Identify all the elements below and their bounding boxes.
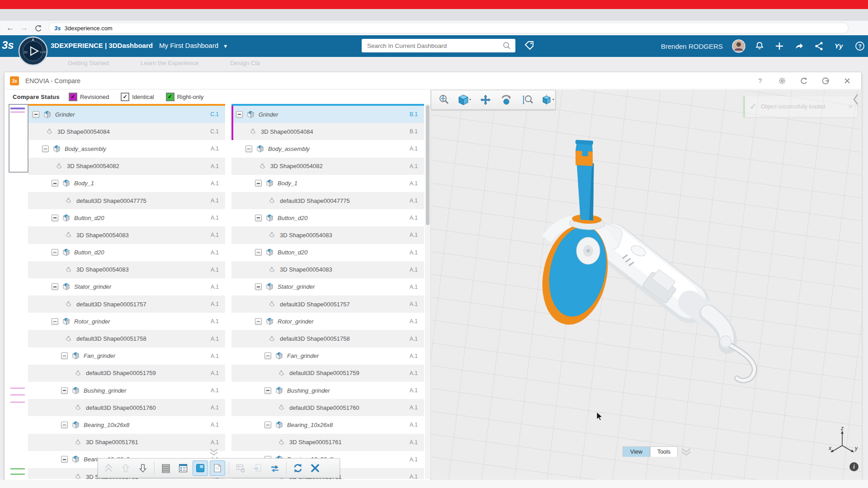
tree-row[interactable]: 3D Shape00051761 A.1: [231, 434, 424, 451]
tree-row[interactable]: 3D Shape00054083 A.1: [28, 261, 225, 278]
collapse-expander[interactable]: [52, 318, 58, 325]
panel-help-icon[interactable]: ?: [756, 77, 764, 85]
detailed-list-view-button[interactable]: [175, 460, 191, 476]
dashboard-name[interactable]: My First Dashboard: [159, 42, 218, 49]
tree-row[interactable]: Fan_grinder A.1: [28, 347, 225, 365]
tree-row[interactable]: Bushing_grinder A.1: [28, 382, 225, 399]
collapse-expander[interactable]: [61, 352, 68, 359]
tree-row[interactable]: Rotor_grinder A.1: [28, 313, 225, 330]
filter-right-only[interactable]: ✓ Right-only: [166, 93, 204, 101]
tree-row[interactable]: Body_assembly A.1: [28, 140, 225, 157]
tree-row[interactable]: Bearing_10x26x8 A.1: [231, 416, 424, 433]
checkbox-icon[interactable]: ✓: [69, 93, 77, 101]
tree-row[interactable]: Fan_grinder A.1: [231, 347, 424, 365]
collapse-expander[interactable]: [42, 145, 49, 152]
tree-row[interactable]: 3D Shape00054084 C.1: [28, 123, 225, 140]
tree-row[interactable]: default3D Shape00051760 A.1: [28, 399, 225, 416]
tree-row[interactable]: Body_1 A.1: [28, 175, 225, 192]
avatar[interactable]: [732, 39, 745, 53]
3d-viewer[interactable]: ✓ Object successfully loaded ✕: [430, 90, 862, 480]
compare-minimap[interactable]: [8, 104, 28, 479]
rotate-icon[interactable]: [496, 92, 516, 108]
collapse-expander[interactable]: [52, 283, 58, 290]
collapse-expander[interactable]: [255, 180, 262, 187]
collapse-expander[interactable]: [61, 387, 68, 394]
tag-icon[interactable]: [524, 40, 535, 52]
panel-close-icon[interactable]: [843, 77, 851, 85]
tree-row[interactable]: 3D Shape00054083 A.1: [28, 226, 225, 244]
collapse-expander[interactable]: [61, 422, 68, 428]
tree-row[interactable]: 3D Shape00054083 A.1: [231, 226, 424, 244]
3d-window-view-button[interactable]: [193, 460, 208, 476]
add-icon[interactable]: [774, 41, 784, 51]
swym-icon[interactable]: Yy: [834, 41, 845, 51]
share-icon[interactable]: [794, 41, 804, 51]
help-icon[interactable]: ?: [855, 41, 865, 51]
search-input[interactable]: [366, 42, 503, 50]
collapse-panel-icon[interactable]: [853, 94, 859, 105]
collapse-toolbar-icon[interactable]: [680, 447, 692, 456]
minimap-viewport[interactable]: [9, 104, 28, 173]
search-box[interactable]: [362, 39, 515, 52]
tree-row[interactable]: 3D Shape00054082 A.1: [28, 158, 225, 175]
render-style-icon[interactable]: [538, 92, 558, 108]
tab-tools[interactable]: Tools: [650, 446, 678, 457]
tree-row[interactable]: default3D Shape00047775 A.1: [231, 192, 424, 209]
collapse-expander[interactable]: [52, 180, 58, 187]
tree-scrollbar[interactable]: [425, 104, 430, 479]
grinder-3d-model[interactable]: [534, 131, 814, 393]
collapse-expander[interactable]: [52, 249, 58, 256]
chevron-down-icon[interactable]: ▼: [223, 43, 228, 49]
collapse-expander[interactable]: [264, 387, 271, 394]
filter-revisioned[interactable]: ✓ Revisioned: [69, 93, 109, 101]
tree-row[interactable]: Stator_grinder A.1: [231, 278, 424, 296]
collapse-expander[interactable]: [255, 215, 262, 221]
tree-scrollbar-thumb[interactable]: [426, 105, 429, 225]
scroll-down-hint-icon[interactable]: [209, 448, 219, 456]
checkbox-icon[interactable]: ✓: [166, 93, 175, 101]
collapse-expander[interactable]: [255, 249, 262, 256]
collapse-expander[interactable]: [264, 422, 271, 428]
fit-all-icon[interactable]: [434, 92, 454, 108]
checkbox-icon[interactable]: ✓: [121, 93, 129, 101]
collapse-expander[interactable]: [255, 283, 262, 290]
iso-view-cube-icon[interactable]: [455, 92, 475, 108]
tree-row[interactable]: Body_1 A.1: [231, 175, 424, 192]
tree-row[interactable]: Grinder C.1: [28, 106, 225, 123]
user-name[interactable]: Brenden RODGERS: [661, 42, 723, 50]
report-view-button[interactable]: [210, 460, 225, 476]
close-compare-button[interactable]: [307, 460, 323, 476]
collapse-expander[interactable]: [33, 111, 39, 118]
forward-icon[interactable]: →: [20, 23, 28, 33]
pan-icon[interactable]: [476, 92, 495, 108]
reload-icon[interactable]: [34, 24, 42, 32]
toast-close-icon[interactable]: ✕: [848, 103, 853, 110]
notifications-icon[interactable]: [755, 41, 764, 51]
tree-row[interactable]: default3D Shape00051758 A.1: [231, 330, 424, 347]
tab-view[interactable]: View: [623, 446, 650, 457]
collapse-expander[interactable]: [255, 318, 262, 325]
tree-row[interactable]: Button_d20 A.1: [231, 244, 424, 261]
collapse-expander[interactable]: [264, 352, 271, 359]
tree-row[interactable]: Button_d20 A.1: [231, 209, 424, 226]
table-settings-button[interactable]: [233, 460, 248, 476]
tree-row[interactable]: 3D Shape00054082 A.1: [231, 158, 424, 175]
back-icon[interactable]: ←: [6, 23, 14, 33]
collapse-expander[interactable]: [61, 456, 68, 463]
tree-row[interactable]: default3D Shape00051759 A.1: [28, 365, 225, 382]
url-field[interactable]: 3s 3dexperience.com: [48, 23, 849, 33]
tree-row[interactable]: 3D Shape00054083 A.1: [231, 261, 424, 278]
next-difference-button[interactable]: [135, 460, 151, 476]
compass-icon[interactable]: 3D V+R: [18, 36, 48, 66]
export-results-button[interactable]: [250, 460, 265, 476]
tree-row[interactable]: default3D Shape00051760 A.1: [231, 399, 424, 416]
tree-row[interactable]: 3D Shape00054084 B.1: [231, 123, 424, 140]
tree-row[interactable]: default3D Shape00051758 A.1: [28, 330, 225, 347]
network-icon[interactable]: [814, 41, 824, 51]
tree-row[interactable]: default3D Shape00051757 A.1: [28, 296, 225, 313]
tree-row[interactable]: Bushing_grinder A.1: [231, 382, 424, 399]
tree-row[interactable]: Body_assembly A.1: [231, 140, 424, 157]
tree-row[interactable]: Stator_grinder A.1: [28, 278, 225, 296]
tree-row[interactable]: 3D Shape00051761 A.1: [28, 434, 225, 451]
tree-row[interactable]: default3D Shape00051759 A.1: [231, 365, 424, 382]
